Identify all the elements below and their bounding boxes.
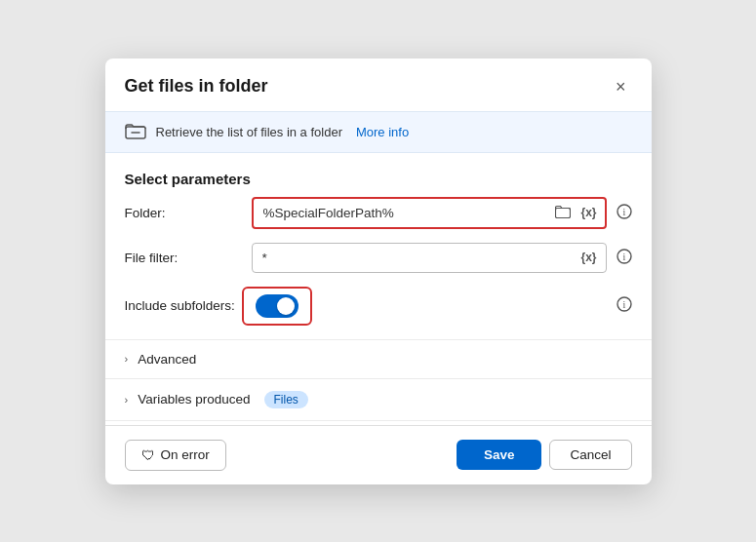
cancel-button[interactable]: Cancel: [549, 440, 631, 470]
variables-produced-label: Variables produced: [138, 392, 250, 406]
footer-right: Save Cancel: [457, 440, 632, 470]
toggle-thumb: [277, 297, 295, 315]
folder-info-icon[interactable]: i: [617, 204, 632, 222]
info-banner-text: Retrieve the list of files in a folder: [156, 125, 342, 139]
file-filter-input-wrapper: {x}: [252, 243, 607, 273]
folder-browse-button[interactable]: [553, 203, 573, 222]
footer-left: 🛡 On error: [125, 440, 226, 471]
get-files-dialog: Get files in folder × Retrieve the list …: [105, 58, 652, 484]
dialog-title: Get files in folder: [125, 76, 268, 97]
variables-produced-row[interactable]: › Variables produced Files: [105, 378, 652, 421]
svg-rect-2: [556, 209, 571, 218]
on-error-button[interactable]: 🛡 On error: [125, 440, 226, 471]
subfolder-box-and-info: i: [242, 287, 632, 326]
more-info-link[interactable]: More info: [356, 125, 409, 139]
folder-row: Folder: {x} i: [125, 197, 632, 229]
section-title: Select parameters: [105, 153, 652, 197]
advanced-label: Advanced: [138, 352, 196, 367]
folder-icon: [125, 122, 146, 142]
dialog-footer: 🛡 On error Save Cancel: [105, 425, 652, 484]
subfolder-bordered-box: [242, 287, 312, 326]
variables-chevron: ›: [125, 394, 129, 406]
dialog-header: Get files in folder ×: [105, 58, 652, 111]
file-filter-input[interactable]: [252, 243, 607, 273]
file-filter-variable-button[interactable]: {x}: [578, 250, 598, 265]
close-button[interactable]: ×: [610, 76, 632, 97]
include-subfolders-label: Include subfolders:: [125, 298, 242, 313]
info-banner: Retrieve the list of files in a folder M…: [105, 111, 652, 153]
advanced-chevron: ›: [125, 353, 129, 365]
svg-text:i: i: [622, 252, 625, 262]
folder-variable-button[interactable]: {x}: [578, 205, 598, 220]
file-filter-input-icons: {x}: [578, 250, 598, 265]
folder-input-icons: {x}: [553, 203, 598, 222]
folder-label: Folder:: [125, 206, 242, 220]
advanced-row[interactable]: › Advanced: [105, 339, 652, 378]
svg-text:i: i: [622, 299, 625, 310]
file-filter-info-icon[interactable]: i: [617, 249, 632, 267]
variables-produced-badge: Files: [264, 391, 308, 408]
form-body: Folder: {x} i: [105, 197, 652, 326]
include-subfolders-toggle[interactable]: [256, 294, 298, 318]
subfolders-info-icon[interactable]: i: [617, 296, 632, 315]
svg-text:i: i: [622, 207, 625, 217]
shield-icon: 🛡: [141, 447, 155, 463]
on-error-label: On error: [161, 447, 210, 462]
folder-input-wrapper: {x}: [252, 197, 607, 229]
include-subfolders-row: Include subfolders: i: [125, 287, 632, 326]
file-filter-row: File filter: {x} i: [125, 243, 632, 273]
save-button[interactable]: Save: [457, 440, 542, 470]
file-filter-label: File filter:: [125, 251, 242, 265]
